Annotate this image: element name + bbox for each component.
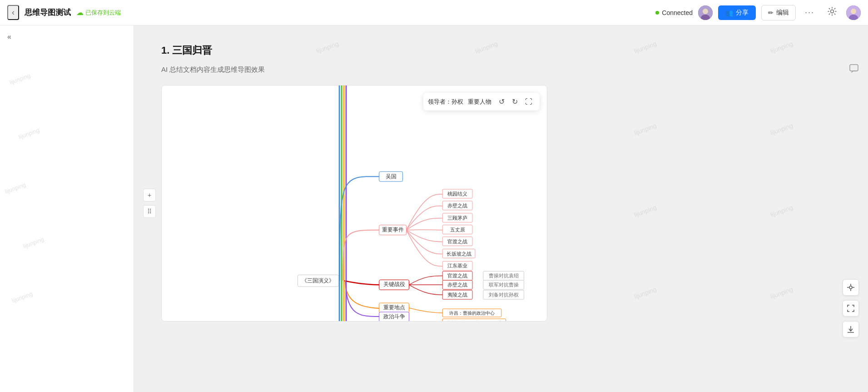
comment-button[interactable] [849, 64, 859, 76]
svg-text:《三国演义》: 《三国演义》 [302, 277, 334, 284]
svg-text:重要地点: 重要地点 [383, 304, 405, 311]
watermark: lijunping [22, 236, 45, 249]
svg-text:刘备对抗孙权: 刘备对抗孙权 [489, 292, 519, 297]
user-avatar-2[interactable] [846, 5, 861, 20]
mindmap-block-wrapper: + ⠿ 领导者：孙权 重要人物 ↺ ↻ ⛶ [161, 85, 547, 322]
svg-point-3 [831, 10, 834, 13]
sidebar-toggle[interactable]: « [0, 25, 134, 48]
content-area: lijunping lijunping lijunping lijunping … [134, 25, 868, 392]
doc-title: 思维导图测试 [25, 7, 71, 18]
watermark: lijunping [9, 72, 31, 85]
fullscreen-button[interactable]: ⛶ [522, 96, 535, 108]
redo-button[interactable]: ↻ [509, 95, 521, 108]
settings-button[interactable] [823, 5, 841, 20]
mini-toolbar [843, 279, 859, 337]
svg-text:三顾茅庐: 三顾茅庐 [447, 215, 467, 221]
more-button[interactable]: ··· [801, 6, 818, 19]
svg-text:吴国: 吴国 [386, 173, 397, 180]
download-button[interactable] [843, 321, 859, 337]
svg-text:荆州：战略要地，多次易手: 荆州：战略要地，多次易手 [447, 321, 501, 321]
doc-subtitle: AI 总结文档内容生成思维导图效果 [161, 65, 841, 74]
svg-text:夷陵之战: 夷陵之战 [447, 292, 467, 297]
edit-icon: ✏ [768, 9, 774, 16]
main-layout: « lijunping lijunping lijunping lijunpin… [0, 25, 868, 392]
svg-text:政治斗争: 政治斗争 [383, 313, 405, 320]
share-button[interactable]: 👥 分享 [718, 5, 756, 20]
svg-point-54 [849, 286, 852, 289]
svg-text:赤壁之战: 赤壁之战 [447, 282, 467, 287]
toolbar-label1: 领导者：孙权 [428, 98, 463, 106]
svg-text:官渡之战: 官渡之战 [447, 239, 467, 244]
svg-text:赤壁之战: 赤壁之战 [447, 203, 467, 208]
mindmap-block[interactable]: 领导者：孙权 重要人物 ↺ ↻ ⛶ [161, 85, 547, 322]
svg-rect-7 [850, 65, 858, 71]
mindmap-svg: 《三国演义》 吴国 重要事件 桃园 [162, 85, 547, 321]
cloud-icon: ☁ [76, 8, 84, 17]
share-icon: 👥 [725, 9, 733, 16]
add-block-button[interactable]: + [143, 189, 156, 201]
svg-text:许昌：曹操的政治中心: 许昌：曹操的政治中心 [449, 311, 495, 316]
svg-text:桃园结义: 桃园结义 [447, 191, 467, 196]
toolbar-label2: 重要人物 [468, 98, 491, 106]
doc-area: 1. 三国归晋 AI 总结文档内容生成思维导图效果 + ⠿ 领导者：孙权 重要人… [134, 25, 868, 392]
svg-text:重要事件: 重要事件 [382, 226, 404, 233]
connected-label: Connected [662, 9, 693, 16]
doc-heading: 1. 三国归晋 [161, 44, 841, 57]
svg-text:长坂坡之战: 长坂坡之战 [446, 251, 471, 256]
svg-text:联军对抗曹操: 联军对抗曹操 [489, 282, 519, 287]
undo-button[interactable]: ↺ [496, 95, 507, 108]
watermark: lijunping [18, 126, 40, 140]
collapse-icon[interactable]: « [7, 33, 11, 41]
svg-text:五丈原: 五丈原 [450, 227, 465, 232]
topbar-left: ‹ 思维导图测试 ☁ 已保存到云端 [7, 5, 650, 20]
mindmap-toolbar: 领导者：孙权 重要人物 ↺ ↻ ⛶ [423, 93, 540, 111]
expand-button[interactable] [843, 300, 859, 317]
watermark: lijunping [4, 181, 27, 195]
connected-status: Connected [655, 9, 693, 16]
cloud-saved-label[interactable]: ☁ 已保存到云端 [76, 8, 121, 17]
block-actions: + ⠿ [143, 189, 156, 218]
user-avatar-1[interactable] [698, 5, 713, 20]
svg-point-1 [703, 9, 708, 14]
drag-handle[interactable]: ⠿ [143, 205, 156, 218]
topbar: ‹ 思维导图测试 ☁ 已保存到云端 Connected 👥 分享 ✏ 编辑 ··… [0, 0, 868, 25]
svg-text:关键战役: 关键战役 [383, 281, 405, 287]
svg-point-5 [851, 9, 856, 14]
back-button[interactable]: ‹ [7, 5, 19, 20]
sidebar-watermarks: lijunping lijunping lijunping lijunping … [0, 48, 134, 392]
connected-dot-icon [655, 11, 659, 15]
svg-text:官渡之战: 官渡之战 [447, 273, 467, 278]
edit-button[interactable]: ✏ 编辑 [761, 5, 796, 20]
svg-text:江东基业: 江东基业 [447, 263, 467, 268]
svg-text:曹操对抗袁绍: 曹操对抗袁绍 [489, 273, 519, 278]
locate-button[interactable] [843, 279, 859, 296]
topbar-right: Connected 👥 分享 ✏ 编辑 ··· [655, 5, 861, 20]
watermark: lijunping [11, 290, 34, 304]
sidebar: « lijunping lijunping lijunping lijunpin… [0, 25, 134, 392]
